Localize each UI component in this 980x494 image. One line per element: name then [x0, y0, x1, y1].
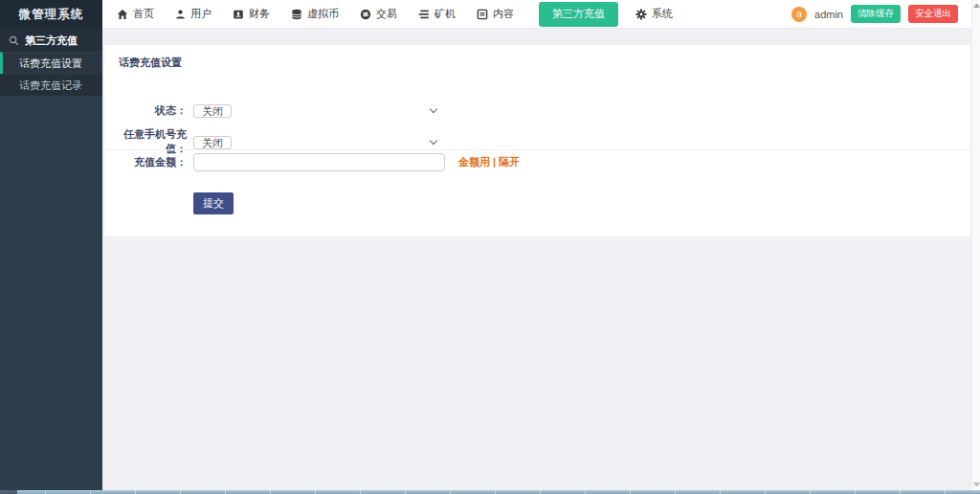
- username: admin: [814, 9, 843, 20]
- avatar[interactable]: a: [791, 7, 807, 22]
- amount-hint: 金额用 | 隔开: [458, 155, 520, 169]
- gear-icon: [635, 9, 647, 20]
- nav-item-label: 首页: [133, 7, 154, 21]
- nav-item-virtual-coin[interactable]: 虚拟币: [291, 7, 339, 21]
- nav-item-label: 矿机: [434, 7, 456, 21]
- chevron-down-icon: [430, 106, 436, 113]
- card-title: 话费充值设置: [119, 56, 182, 70]
- sidebar-section-label: 第三方充值: [25, 34, 78, 48]
- nav-item-label: 财务: [249, 7, 270, 21]
- sidebar: 微管理系统 第三方充值 话费充值设置 话费充值记录: [0, 0, 102, 490]
- exchange-icon: [360, 9, 371, 20]
- nav-item-home[interactable]: 首页: [117, 7, 154, 21]
- logout-button[interactable]: 安全退出: [908, 5, 958, 23]
- form-row-any-phone: 任意手机号充值： 关闭: [104, 127, 970, 156]
- nav-item-label: 系统: [652, 7, 673, 21]
- nav-item-finance[interactable]: 财务: [233, 7, 270, 21]
- app-title: 微管理系统: [0, 0, 102, 29]
- form-row-amount: 充值金额： 金额用 | 隔开: [104, 153, 970, 171]
- nav-item-system[interactable]: 系统: [635, 7, 673, 21]
- form-row-status: 状态： 关闭: [104, 101, 970, 119]
- topbar-user-area: a admin 清除缓存 安全退出: [791, 5, 971, 23]
- menu-item-label: 话费充值记录: [19, 79, 82, 91]
- search-icon: [9, 35, 19, 46]
- nav-item-trade[interactable]: 交易: [360, 7, 397, 21]
- app-window: 微管理系统 第三方充值 话费充值设置 话费充值记录 首页: [0, 0, 980, 494]
- amount-label: 充值金额：: [104, 155, 187, 169]
- submit-button[interactable]: 提交: [193, 192, 234, 214]
- form-divider: [104, 149, 970, 150]
- menu-item-label: 话费充值设置: [19, 57, 82, 69]
- nav-item-label: 虚拟币: [307, 7, 339, 21]
- recharge-settings-card: 话费充值设置 状态： 关闭 任意手机号充值： 关闭 充值金额： 金额用: [104, 45, 970, 236]
- nav-item-miner[interactable]: 矿机: [418, 7, 456, 21]
- scroll-down-icon[interactable]: [973, 483, 980, 486]
- top-navbar: 首页 用户 财务 虚拟币: [102, 0, 971, 29]
- content-area: 首页 用户 财务 虚拟币: [102, 0, 971, 490]
- sidebar-section-third-party-recharge[interactable]: 第三方充值: [0, 29, 102, 52]
- miner-icon: [418, 9, 430, 20]
- home-icon: [117, 9, 128, 20]
- any-phone-select[interactable]: 关闭: [193, 133, 445, 150]
- any-phone-label: 任意手机号充值：: [104, 127, 187, 156]
- any-phone-select-value[interactable]: 关闭: [193, 136, 232, 149]
- clear-cache-button[interactable]: 清除缓存: [851, 5, 901, 23]
- nav-item-users[interactable]: 用户: [175, 7, 212, 21]
- status-select-value[interactable]: 关闭: [193, 104, 232, 118]
- nav-item-label: 内容: [493, 7, 514, 21]
- nav-item-third-party-recharge[interactable]: 第三方充值: [539, 2, 618, 27]
- scroll-up-icon[interactable]: [973, 4, 980, 8]
- content-icon: [477, 9, 488, 20]
- status-label: 状态：: [104, 103, 187, 118]
- nav-item-label: 第三方充值: [552, 7, 605, 21]
- sidebar-item-recharge-settings[interactable]: 话费充值设置: [0, 52, 102, 74]
- nav-item-content[interactable]: 内容: [477, 7, 514, 21]
- taskbar-sliver[interactable]: [0, 490, 980, 494]
- vertical-scrollbar[interactable]: [971, 0, 980, 490]
- nav-item-label: 交易: [376, 7, 397, 21]
- user-icon: [175, 9, 186, 20]
- sidebar-menu: 第三方充值 话费充值设置 话费充值记录: [0, 29, 102, 96]
- recharge-amount-input[interactable]: [193, 153, 445, 171]
- coins-icon: [291, 9, 302, 20]
- nav-item-label: 用户: [190, 7, 212, 21]
- sidebar-item-recharge-records[interactable]: 话费充值记录: [0, 74, 102, 96]
- chevron-down-icon: [430, 138, 436, 145]
- finance-icon: [233, 9, 244, 20]
- status-select[interactable]: 关闭: [193, 101, 445, 119]
